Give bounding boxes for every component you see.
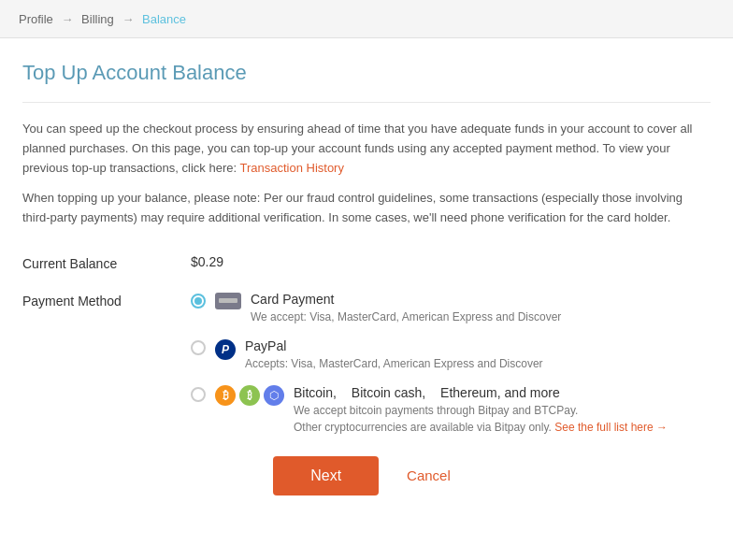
breadcrumb-billing[interactable]: Billing	[81, 12, 114, 26]
breadcrumb-profile[interactable]: Profile	[19, 12, 53, 26]
crypto-payment-name: Bitcoin, Bitcoin cash, Ethereum, and mor…	[294, 385, 668, 400]
card-payment-details: Card Payment We accept: Visa, MasterCard…	[251, 292, 561, 325]
bitcoin-icon: ₿	[215, 385, 236, 406]
title-divider	[22, 102, 711, 103]
cancel-button[interactable]: Cancel	[397, 456, 460, 495]
paypal-icon-container: P	[215, 338, 236, 360]
radio-paypal[interactable]	[191, 338, 206, 355]
full-list-link[interactable]: See the full list here →	[554, 421, 668, 434]
current-balance-row: Current Balance $0.29	[22, 254, 711, 271]
main-description: You can speed up the checkout process by…	[22, 120, 711, 178]
bitcoin-cash-icon: ₿	[239, 385, 260, 406]
action-buttons: Next Cancel	[22, 456, 711, 495]
paypal-icon: P	[215, 339, 236, 360]
transaction-history-link[interactable]: Transaction History	[239, 161, 344, 175]
payment-method-row: Payment Method Card Payment We accept: V…	[22, 292, 711, 436]
paypal-payment-name: PayPal	[245, 338, 543, 353]
card-icon-container	[215, 292, 241, 309]
crypto-payment-details: Bitcoin, Bitcoin cash, Ethereum, and mor…	[294, 385, 668, 436]
crypto-icons: ₿ ₿ ⬡	[215, 385, 284, 406]
radio-button-crypto[interactable]	[191, 387, 206, 402]
breadcrumb: Profile → Billing → Balance	[19, 12, 186, 26]
ethereum-icon: ⬡	[264, 385, 284, 406]
radio-button-card[interactable]	[191, 294, 206, 309]
card-payment-name: Card Payment	[251, 292, 561, 307]
payment-options: Card Payment We accept: Visa, MasterCard…	[191, 292, 668, 436]
paypal-payment-details: PayPal Accepts: Visa, MasterCard, Americ…	[245, 338, 543, 372]
card-payment-desc: We accept: Visa, MasterCard, American Ex…	[251, 309, 561, 325]
payment-option-crypto[interactable]: ₿ ₿ ⬡ Bitcoin, Bitcoin cash, Ethereum, a…	[191, 385, 668, 436]
paypal-payment-desc: Accepts: Visa, MasterCard, American Expr…	[245, 355, 543, 372]
current-balance-value: $0.29	[191, 254, 223, 269]
breadcrumb-sep2: →	[122, 12, 134, 26]
radio-card[interactable]	[191, 292, 206, 309]
current-balance-label: Current Balance	[22, 254, 191, 271]
crypto-payment-desc: We accept bitcoin payments through Bitpa…	[294, 402, 668, 436]
payment-option-card[interactable]: Card Payment We accept: Visa, MasterCard…	[191, 292, 668, 325]
payment-option-paypal[interactable]: P PayPal Accepts: Visa, MasterCard, Amer…	[191, 338, 668, 372]
radio-crypto[interactable]	[191, 385, 206, 402]
breadcrumb-sep1: →	[61, 12, 73, 26]
card-icon	[215, 293, 241, 309]
next-button[interactable]: Next	[273, 456, 379, 495]
fraud-note: When topping up your balance, please not…	[22, 189, 711, 228]
radio-button-paypal[interactable]	[191, 340, 206, 355]
page-title: Top Up Account Balance	[22, 61, 711, 85]
payment-method-label: Payment Method	[22, 292, 191, 309]
breadcrumb-balance[interactable]: Balance	[142, 12, 186, 26]
